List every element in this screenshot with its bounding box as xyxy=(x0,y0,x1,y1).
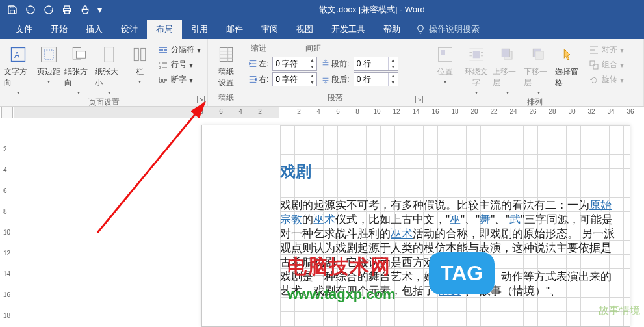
align-button[interactable]: 对齐 ▾ xyxy=(586,43,626,57)
size-button[interactable]: 纸张大小▾ xyxy=(95,42,124,96)
link-witchcraft[interactable]: 巫术 xyxy=(313,213,335,226)
spacing-before-spinner[interactable]: ▲▼ xyxy=(354,57,398,71)
tab-help[interactable]: 帮助 xyxy=(374,20,409,39)
indent-left-input[interactable] xyxy=(273,59,307,68)
send-backward-button[interactable]: 下移一层▾ xyxy=(524,42,554,96)
tab-selector[interactable]: L xyxy=(1,107,13,118)
undo-button[interactable] xyxy=(22,1,39,18)
redo-icon xyxy=(44,5,54,15)
wrap-text-button[interactable]: 环绕文 字▾ xyxy=(461,42,491,96)
orientation-icon xyxy=(70,46,88,64)
link-dance[interactable]: 舞 xyxy=(480,213,491,226)
svg-text:1: 1 xyxy=(159,61,161,65)
group-label-manuscript: 稿纸 xyxy=(212,91,240,105)
position-button[interactable]: 位置▾ xyxy=(430,42,460,85)
text-direction-button[interactable]: A 文字方向▾ xyxy=(4,42,33,96)
text-direction-icon: A xyxy=(9,46,27,64)
spin-down[interactable]: ▼ xyxy=(307,64,316,70)
spacing-after-icon xyxy=(321,75,330,84)
horizontal-ruler[interactable]: 864224681012141618202224262830323436 xyxy=(14,107,644,118)
tab-design[interactable]: 设计 xyxy=(112,20,147,39)
selection-pane-button[interactable]: 选择窗格 xyxy=(555,42,585,88)
line-numbers-button[interactable]: 12行号 ▾ xyxy=(155,58,203,72)
tell-me-label: 操作说明搜索 xyxy=(429,23,480,35)
spacing-after-spinner[interactable]: ▲▼ xyxy=(354,72,398,86)
tab-mailings[interactable]: 邮件 xyxy=(217,20,252,39)
group-arrange: 位置▾ 环绕文 字▾ 上移一层▾ 下移一层▾ 选择窗格 对齐 ▾ 组合 ▾ xyxy=(426,39,644,106)
svg-rect-5 xyxy=(42,47,57,62)
save-button[interactable] xyxy=(4,1,21,18)
tab-references[interactable]: 引用 xyxy=(182,20,217,39)
hyphenation-button[interactable]: bc断字 ▾ xyxy=(155,73,203,86)
redo-button[interactable] xyxy=(40,1,57,18)
rotate-button[interactable]: 旋转 ▾ xyxy=(586,73,626,86)
margins-button[interactable]: 页边距▾ xyxy=(34,42,64,85)
orientation-button[interactable]: 纸张方向▾ xyxy=(64,42,94,96)
print-icon xyxy=(62,5,72,15)
quick-print-button[interactable] xyxy=(58,1,75,18)
group-icon xyxy=(589,60,599,70)
doc-heading: 戏剧 xyxy=(280,164,622,179)
spin-up[interactable]: ▲ xyxy=(389,57,398,64)
indent-right-spinner[interactable]: ▲▼ xyxy=(272,72,317,86)
spacing-header: 间距 xyxy=(305,43,321,54)
touch-mode-button[interactable] xyxy=(77,1,94,18)
spin-down[interactable]: ▼ xyxy=(389,64,398,70)
bring-forward-button[interactable]: 上移一层▾ xyxy=(493,42,522,96)
tab-file[interactable]: 文件 xyxy=(6,20,42,39)
touch-icon xyxy=(80,5,90,15)
spacing-before-input[interactable] xyxy=(354,59,388,68)
page-size-icon xyxy=(100,46,118,64)
manuscript-icon xyxy=(217,46,235,64)
indent-header: 缩进 xyxy=(251,43,266,54)
group-paragraph: 缩进 间距 左: ▲▼ 段前: ▲▼ 右: ▲▼ 段后: ▲▼ 段落 ↘ xyxy=(244,39,426,106)
tab-home[interactable]: 开始 xyxy=(42,20,77,39)
link-wu[interactable]: 巫 xyxy=(450,213,461,226)
spin-up[interactable]: ▲ xyxy=(307,57,316,64)
spin-up[interactable]: ▲ xyxy=(389,73,398,79)
svg-rect-24 xyxy=(593,64,598,69)
vertical-ruler[interactable]: 24681012141618 xyxy=(1,120,13,327)
tab-layout[interactable]: 布局 xyxy=(147,20,182,39)
svg-rect-10 xyxy=(134,48,138,60)
backward-icon xyxy=(530,46,548,64)
tell-me-search[interactable]: 操作说明搜索 xyxy=(416,20,480,39)
tab-developer[interactable]: 开发工具 xyxy=(322,20,374,39)
indent-left-spinner[interactable]: ▲▼ xyxy=(272,57,317,71)
watermark-tag: TAG xyxy=(429,252,495,294)
tab-insert[interactable]: 插入 xyxy=(77,20,112,39)
indent-right-input[interactable] xyxy=(273,75,307,84)
svg-rect-22 xyxy=(535,51,543,59)
svg-rect-9 xyxy=(105,47,114,62)
selection-pane-icon xyxy=(561,46,579,64)
page-setup-launcher[interactable]: ↘ xyxy=(197,96,205,103)
tab-view[interactable]: 视图 xyxy=(287,20,322,39)
group-objects-button[interactable]: 组合 ▾ xyxy=(586,58,626,72)
svg-text:A: A xyxy=(14,51,20,60)
undo-icon xyxy=(25,5,36,15)
spacing-after-input[interactable] xyxy=(354,75,388,84)
link-martial[interactable]: 武 xyxy=(509,213,521,226)
svg-rect-11 xyxy=(140,48,145,60)
spin-down[interactable]: ▼ xyxy=(307,79,316,86)
watermark-url: www.tagxp.com xyxy=(287,286,396,303)
link-witchcraft2[interactable]: 巫术 xyxy=(391,228,413,240)
spin-down[interactable]: ▼ xyxy=(389,79,398,86)
breaks-icon xyxy=(158,45,168,55)
quick-access-toolbar: ▾ xyxy=(4,1,104,18)
svg-rect-23 xyxy=(590,61,595,66)
spin-up[interactable]: ▲ xyxy=(307,73,316,79)
qat-customize[interactable]: ▾ xyxy=(95,1,104,18)
manuscript-settings-button[interactable]: 稿纸 设置 xyxy=(212,42,240,88)
indent-left-icon xyxy=(248,59,257,68)
breaks-button[interactable]: 分隔符 ▾ xyxy=(155,43,203,57)
hyphenation-icon: bc xyxy=(158,75,168,85)
ribbon: A 文字方向▾ 页边距▾ 纸张方向▾ 纸张大小▾ 栏▾ 分隔符 ▾ 12行号 xyxy=(0,39,644,107)
columns-button[interactable]: 栏▾ xyxy=(125,42,154,85)
title-bar: ▾ 散文.docx [兼容模式] - Word xyxy=(0,0,644,20)
svg-rect-17 xyxy=(441,50,445,55)
svg-rect-6 xyxy=(44,50,53,59)
wrap-icon xyxy=(467,46,485,64)
paragraph-launcher[interactable]: ↘ xyxy=(415,96,423,103)
tab-review[interactable]: 审阅 xyxy=(252,20,287,39)
